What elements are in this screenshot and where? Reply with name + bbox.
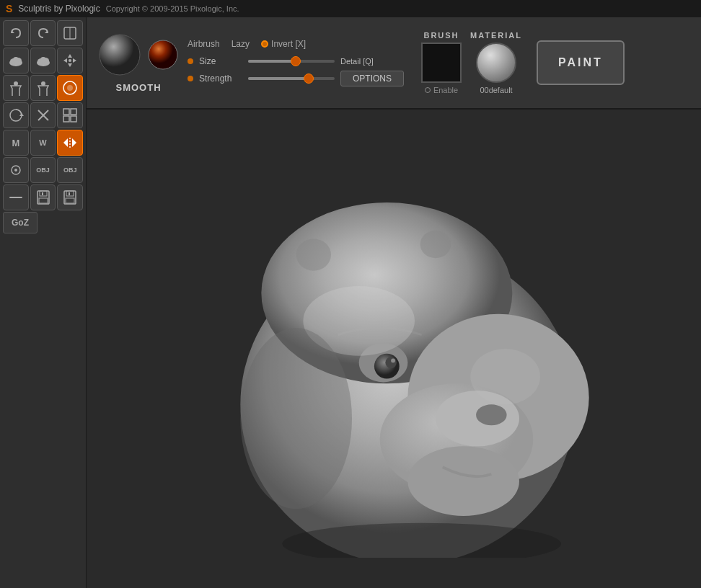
sidebar: M W OBJ OBJ GoZ (0, 17, 87, 588)
size-slider-row: Size Detail [Q] (188, 56, 404, 66)
lazy-label: Lazy (232, 39, 250, 49)
flatten-button[interactable] (3, 184, 29, 210)
brush-preview-group: SMOOTH (98, 33, 179, 93)
dot-button[interactable] (3, 157, 29, 183)
svg-point-44 (149, 40, 177, 69)
sidebar-row-2 (3, 48, 83, 74)
svg-point-57 (407, 446, 519, 516)
svg-rect-42 (66, 198, 74, 203)
move-button[interactable] (57, 48, 83, 74)
brush-swatch[interactable] (421, 43, 462, 83)
svg-point-18 (41, 81, 45, 86)
svg-point-55 (385, 357, 396, 368)
close-button[interactable] (30, 102, 56, 128)
strength-label: Strength (199, 74, 242, 84)
bear-sculpture (192, 140, 596, 558)
svg-rect-38 (39, 198, 48, 203)
invert-radio[interactable] (261, 40, 268, 48)
material-name: 00default (480, 86, 512, 94)
material-sphere[interactable] (476, 43, 516, 83)
svg-marker-14 (63, 58, 67, 63)
strength-slider[interactable] (248, 77, 335, 80)
svg-rect-25 (63, 109, 69, 115)
brush-preview-sphere (98, 33, 141, 79)
svg-point-7 (13, 57, 19, 63)
cloud-button-2[interactable] (30, 48, 56, 74)
options-button[interactable]: OPTIONS (340, 71, 404, 86)
strength-fill (248, 77, 309, 80)
material-panel: MATERIAL 00default (470, 31, 522, 94)
goz-button[interactable]: GoZ (3, 212, 38, 233)
size-fill (248, 60, 296, 63)
svg-point-43 (100, 35, 140, 75)
obj-import-button[interactable]: OBJ (30, 157, 56, 183)
svg-point-62 (240, 328, 352, 509)
svg-point-63 (476, 404, 507, 425)
enable-radio[interactable] (425, 87, 431, 93)
obj-export-button[interactable]: OBJ (57, 157, 83, 183)
svg-marker-1 (45, 30, 48, 33)
svg-point-59 (296, 239, 331, 270)
save-button-2[interactable] (57, 184, 83, 210)
smooth-label: SMOOTH (115, 82, 161, 93)
size-slider[interactable] (248, 60, 335, 63)
enable-label: Enable (433, 86, 458, 94)
svg-point-11 (40, 57, 46, 63)
airbrush-label: Airbrush (188, 39, 220, 49)
symmetry-button[interactable] (57, 20, 83, 46)
svg-rect-34 (9, 197, 22, 198)
wireframe-button[interactable]: W (30, 130, 56, 156)
brush-panel: BRUSH Enable (421, 31, 462, 94)
svg-point-33 (14, 169, 17, 172)
cloud-button-1[interactable] (3, 48, 29, 74)
material-panel-label: MATERIAL (470, 31, 522, 40)
strength-thumb[interactable] (304, 74, 314, 84)
sidebar-row-1 (3, 20, 83, 46)
invert-option[interactable]: Invert [X] (261, 39, 306, 49)
svg-marker-22 (19, 113, 24, 116)
sidebar-row-5: M W (3, 130, 83, 156)
svg-marker-15 (73, 58, 76, 63)
figure-button-2[interactable] (30, 75, 56, 101)
size-label: Size (199, 56, 242, 66)
options-row: Airbrush Lazy Invert [X] (188, 39, 404, 49)
flip-button[interactable] (57, 130, 83, 156)
enable-row: Enable (425, 86, 458, 94)
svg-rect-41 (69, 192, 70, 195)
sidebar-row-4 (3, 102, 83, 128)
strength-slider-row: Strength OPTIONS (188, 71, 404, 86)
brush-type-sphere (147, 39, 179, 74)
size-dot (188, 58, 193, 64)
figure-button-1[interactable] (3, 75, 29, 101)
svg-rect-27 (63, 116, 69, 122)
undo-button[interactable] (3, 20, 29, 46)
save-button-1[interactable] (30, 184, 56, 210)
paint-button[interactable]: PAINT (537, 40, 625, 85)
top-controls: SMOOTH Airbrush Lazy Invert [X] Size Det… (87, 17, 701, 110)
redo-button[interactable] (30, 20, 56, 46)
canvas-area[interactable] (87, 110, 701, 588)
invert-label: Invert [X] (271, 39, 306, 49)
svg-marker-30 (72, 138, 76, 147)
titlebar: S Sculptris by Pixologic Copyright © 200… (0, 0, 701, 17)
app-name: Sculptris by Pixologic (18, 4, 100, 14)
spin-button[interactable] (3, 102, 29, 128)
sidebar-row-goz: GoZ (3, 212, 83, 233)
material-button[interactable]: M (3, 130, 29, 156)
detail-label: Detail [Q] (340, 57, 374, 66)
size-thumb[interactable] (291, 56, 301, 66)
svg-marker-13 (68, 63, 72, 67)
app-logo: S (6, 3, 12, 14)
svg-point-60 (420, 231, 451, 259)
svg-rect-28 (71, 116, 76, 122)
sidebar-row-7 (3, 184, 83, 210)
svg-point-16 (69, 59, 71, 62)
copyright-text: Copyright © 2009-2015 Pixologic, Inc. (106, 4, 239, 13)
svg-marker-29 (63, 138, 68, 147)
svg-point-64 (470, 349, 540, 404)
brush-panel-label: BRUSH (423, 31, 459, 40)
blob-button[interactable] (57, 75, 83, 101)
grid-button[interactable] (57, 102, 83, 128)
sidebar-row-6: OBJ OBJ (3, 157, 83, 183)
svg-rect-45 (423, 45, 459, 81)
